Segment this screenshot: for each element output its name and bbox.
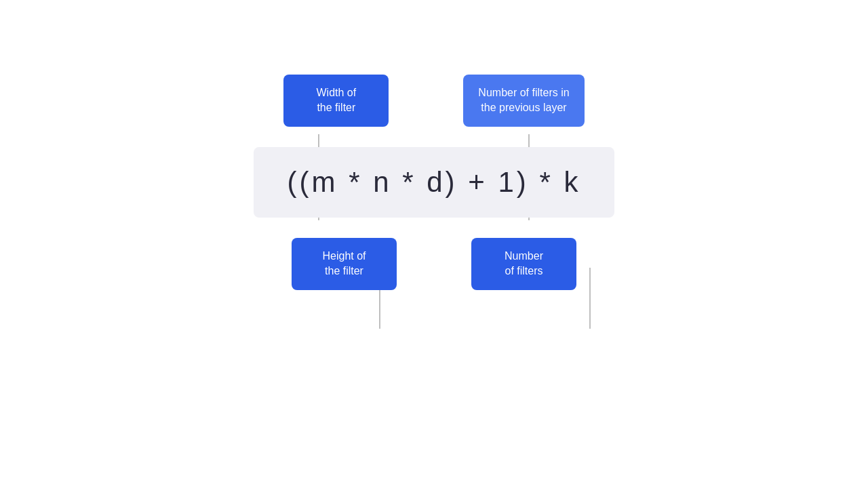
height-filter-label: Height of the filter	[292, 238, 397, 290]
width-filter-label: Width of the filter	[283, 75, 389, 127]
formula-row: ((m * n * d) + 1) * k	[254, 147, 615, 218]
bottom-labels: Height of the filter Number of filters	[292, 238, 576, 290]
formula-text: ((m * n * d) + 1) * k	[288, 166, 581, 198]
diagram-container: Width of the filter Number of filters in…	[197, 75, 671, 413]
height-filter-line1: Height of	[322, 250, 366, 262]
num-filters-label: Number of filters	[471, 238, 576, 290]
top-labels: Width of the filter Number of filters in…	[283, 75, 584, 127]
num-filters-prev-line2: the previous layer	[481, 102, 566, 113]
num-filters-prev-label: Number of filters in the previous layer	[463, 75, 584, 127]
num-filters-prev-line1: Number of filters in	[478, 87, 569, 98]
num-filters-line2: of filters	[505, 265, 542, 277]
height-filter-line2: the filter	[325, 265, 363, 277]
formula-box: ((m * n * d) + 1) * k	[254, 147, 615, 218]
width-filter-line2: the filter	[317, 102, 355, 113]
width-filter-line1: Width of	[317, 87, 357, 98]
num-filters-line1: Number	[505, 250, 543, 262]
